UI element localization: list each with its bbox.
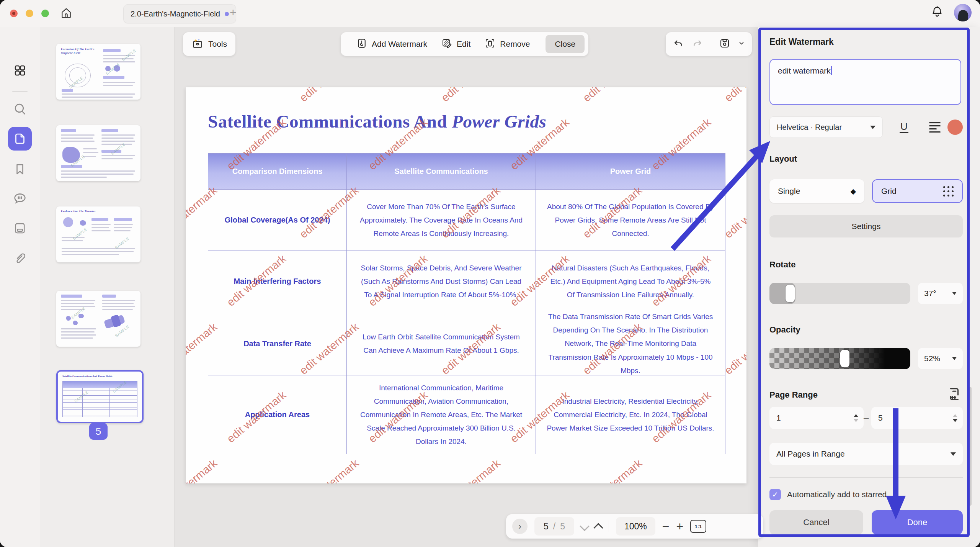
add-watermark-button[interactable]: Add Watermark — [349, 38, 434, 51]
current-page: 5 — [544, 521, 549, 532]
sample-watermark: SAMPLE — [72, 227, 88, 241]
chevron-down-icon — [952, 292, 957, 295]
redo-icon[interactable] — [692, 38, 703, 51]
custom-range-icon[interactable] — [945, 385, 962, 405]
panel-scrollbar[interactable] — [969, 387, 972, 506]
stepper-up-icon[interactable] — [953, 414, 957, 417]
opacity-value-box[interactable]: 52% — [918, 348, 963, 369]
watermark-text-input[interactable]: edit watermark — [769, 59, 961, 105]
table-cell: Main Interfering Factors — [208, 251, 347, 312]
document-page[interactable]: Satellite Communications And Power Grids… — [186, 87, 746, 483]
toolbar-divider — [540, 38, 540, 50]
zoom-out-icon[interactable]: − — [662, 520, 670, 532]
bookmarks-icon[interactable] — [11, 161, 28, 178]
thumbnail-page-2[interactable]: SAMPLE SAMPLE — [56, 125, 140, 181]
save-options-chevron-icon[interactable] — [738, 40, 745, 48]
table-cell: Data Transfer Rate — [208, 312, 347, 375]
stepper-up-icon[interactable] — [854, 414, 858, 417]
page-thumbnails-tab[interactable] — [8, 127, 32, 151]
snapshot-icon[interactable] — [11, 220, 28, 237]
pages-in-range-select[interactable]: All Pages in Range — [769, 443, 963, 465]
thumb-page5-title: Satellite Communications And Power Grids — [62, 375, 113, 378]
close-button[interactable]: Close — [546, 35, 585, 53]
add-watermark-label: Add Watermark — [372, 39, 427, 49]
watermark-text: edit watermark — [581, 87, 645, 104]
chevron-down-icon — [951, 452, 956, 456]
auto-star-checkbox[interactable]: ✓ — [769, 489, 781, 500]
table-cell: Low Earth Orbit Satellite Communication … — [347, 312, 536, 375]
watermark-text: edit watermark — [722, 184, 746, 241]
save-icon[interactable] — [719, 38, 730, 51]
watermark-text: edit watermark — [439, 87, 503, 104]
toolbar-divider — [711, 38, 711, 50]
thumbnail-page-4[interactable]: SAMPLE SAMPLE — [56, 291, 140, 347]
table-cell: Natural Disasters (Such As Earthquakes, … — [536, 251, 725, 312]
minimize-window-button[interactable] — [26, 10, 33, 17]
layout-grid-button[interactable]: Grid — [872, 179, 963, 203]
done-button[interactable]: Done — [872, 510, 963, 535]
document-tab[interactable]: 2.0-Earth's-Magnetic-Field — [123, 4, 236, 23]
edit-pencil-icon — [441, 38, 452, 51]
thumbnail-page-5-selected[interactable]: Satellite Communications And Power Grids… — [56, 370, 144, 423]
document-title: Satellite Communications And Power Grids — [208, 111, 546, 132]
comments-icon[interactable] — [11, 190, 28, 207]
opacity-label: Opacity — [769, 325, 800, 335]
rotate-slider[interactable] — [769, 283, 910, 304]
range-from-stepper[interactable]: 1 — [769, 407, 864, 429]
search-icon[interactable] — [11, 100, 28, 117]
page-number-box[interactable]: 5 / 5 — [534, 517, 574, 536]
stepper-down-icon[interactable] — [854, 419, 858, 422]
user-avatar[interactable] — [954, 4, 972, 21]
zoom-level-box[interactable]: 100% — [616, 517, 655, 536]
tools-button[interactable]: Tools — [183, 32, 235, 56]
total-pages: 5 — [560, 521, 565, 532]
apps-grid-icon[interactable] — [11, 62, 28, 79]
selected-page-badge: 5 — [89, 423, 108, 440]
attachments-paperclip-icon[interactable] — [11, 250, 28, 267]
new-tab-button[interactable]: + — [230, 7, 237, 18]
table-cell: About 80% Of The Global Population Is Co… — [536, 190, 725, 251]
layout-single-button[interactable]: Single ◆ — [769, 179, 864, 203]
remove-watermark-button[interactable]: Remove — [477, 38, 537, 51]
home-icon — [60, 7, 72, 21]
underline-button[interactable]: U — [900, 121, 908, 133]
tools-label: Tools — [208, 39, 227, 49]
statusbar-divider — [609, 521, 609, 532]
watermark-text: edit watermark — [297, 457, 361, 483]
cancel-button[interactable]: Cancel — [769, 510, 863, 535]
rotate-slider-thumb[interactable] — [786, 285, 795, 302]
close-label: Close — [555, 39, 575, 49]
table-cell: Cover More Than 70% Of The Earth's Surfa… — [347, 190, 536, 251]
zoom-in-icon[interactable]: + — [676, 520, 684, 532]
unsaved-dot-icon — [225, 12, 229, 16]
actual-size-icon[interactable]: 1:1 — [690, 520, 706, 533]
previous-page-icon[interactable] — [593, 523, 603, 532]
settings-button[interactable]: Settings — [769, 215, 963, 237]
undo-icon[interactable] — [673, 38, 684, 51]
text-align-button[interactable] — [929, 122, 941, 133]
stepper-down-icon[interactable] — [953, 419, 957, 422]
font-select[interactable]: Helvetica · Regular — [769, 116, 883, 138]
window-controls — [10, 10, 49, 17]
text-color-swatch[interactable] — [947, 120, 963, 135]
close-window-button[interactable] — [10, 10, 18, 17]
auto-star-row: ✓ Automatically add to starred — [769, 489, 887, 500]
tab-title: 2.0-Earth's-Magnetic-Field — [131, 10, 220, 18]
sidebar-collapse-icon[interactable]: › — [512, 519, 528, 534]
thumbnail-page-3[interactable]: Evidence For The Theories SAMPLE SAMPLE — [56, 206, 140, 262]
rotate-value-box[interactable]: 37° — [918, 283, 963, 304]
thumbnail-page-1[interactable]: Formation Of The Earth's Magnetic Field … — [56, 44, 140, 100]
next-page-icon[interactable] — [580, 521, 589, 531]
range-to-stepper[interactable]: 5 — [871, 407, 963, 429]
zoom-window-button[interactable] — [41, 10, 49, 17]
notifications-bell-icon[interactable] — [930, 5, 944, 20]
table-header-cell: Satellite Communications — [347, 154, 536, 190]
titlebar: 2.0-Earth's-Magnetic-Field + — [0, 0, 980, 27]
color-swatches-icon[interactable] — [11, 545, 28, 547]
edit-watermark-button[interactable]: Edit — [434, 38, 477, 51]
table-cell: Global Coverage(As Of 2024) — [208, 190, 347, 251]
opacity-slider-thumb[interactable] — [840, 350, 849, 367]
home-button[interactable] — [57, 5, 75, 23]
grid-dots-icon — [943, 186, 954, 197]
opacity-slider[interactable] — [769, 348, 910, 369]
